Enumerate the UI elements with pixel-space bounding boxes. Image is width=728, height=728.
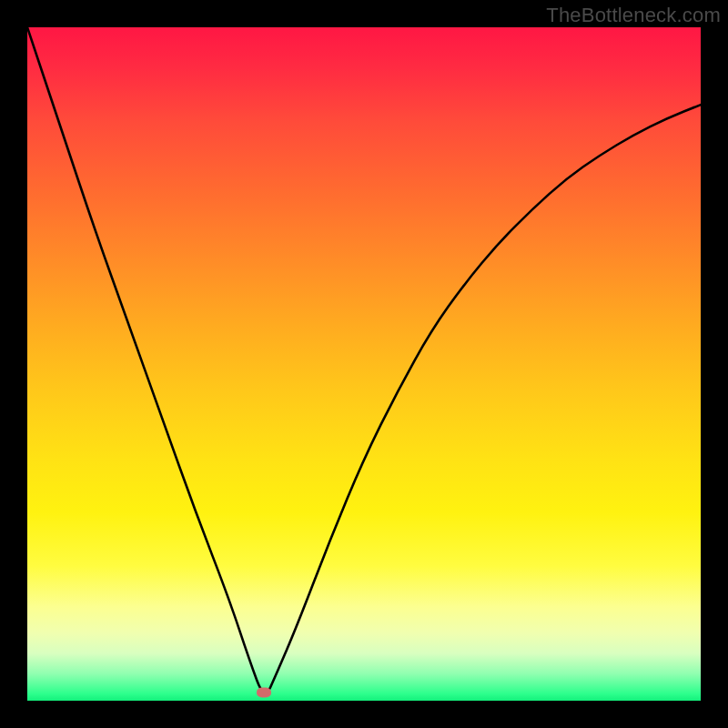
curve-svg xyxy=(27,27,701,701)
optimal-marker xyxy=(257,688,271,698)
plot-area xyxy=(27,27,701,701)
chart-frame: TheBottleneck.com xyxy=(0,0,728,728)
watermark-text: TheBottleneck.com xyxy=(546,4,721,27)
bottleneck-curve xyxy=(27,27,701,693)
